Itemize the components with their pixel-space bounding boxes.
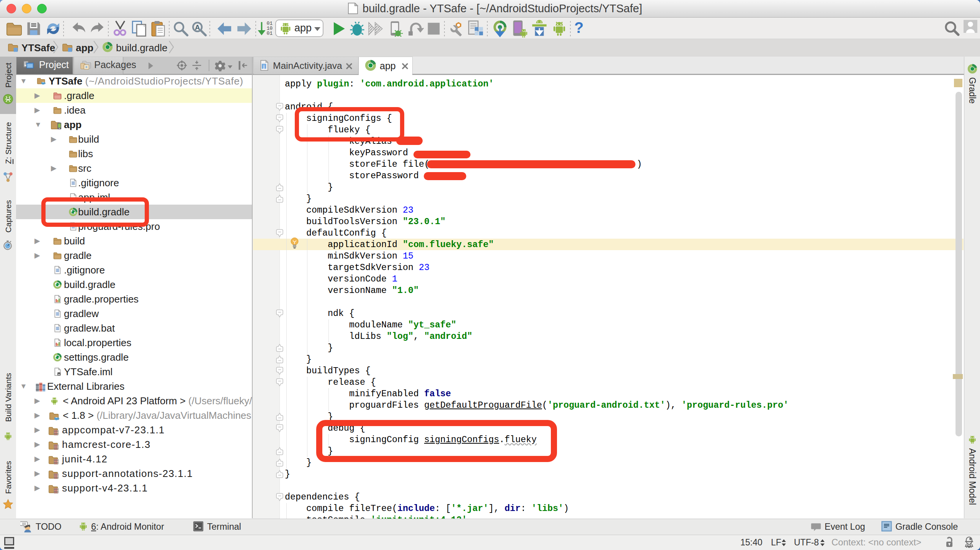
svg-text:01: 01 bbox=[266, 31, 273, 36]
svg-text:j: j bbox=[263, 64, 265, 69]
